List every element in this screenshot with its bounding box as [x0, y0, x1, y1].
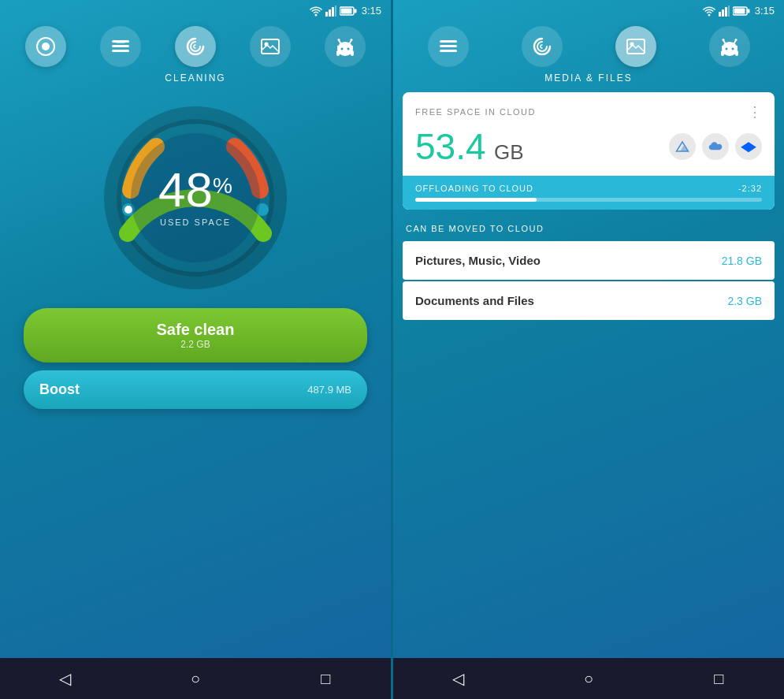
nav-menu-right[interactable]: [428, 26, 469, 67]
svg-rect-34: [722, 9, 724, 17]
left-phone: 3:15: [0, 0, 391, 699]
offload-label: OFFLOADING TO CLOUD: [415, 184, 533, 193]
dropbox-icon[interactable]: [735, 133, 762, 160]
svg-point-23: [351, 39, 353, 41]
nav-spiral[interactable]: [175, 26, 216, 67]
file-list: Pictures, Music, Video 21.8 GB Documents…: [403, 241, 775, 320]
svg-point-51: [722, 39, 724, 41]
status-icons-left: [310, 6, 357, 17]
file-item-name-1: Documents and Files: [415, 294, 534, 307]
file-item-name-0: Pictures, Music, Video: [415, 254, 541, 267]
svg-rect-17: [337, 46, 353, 49]
back-button-left[interactable]: ◁: [50, 663, 81, 694]
boost-button[interactable]: Boost 487.9 MB: [24, 370, 367, 409]
cloud-menu-button[interactable]: ⋮: [748, 103, 762, 121]
svg-point-0: [314, 13, 317, 16]
svg-point-18: [341, 48, 344, 50]
svg-rect-11: [112, 45, 129, 47]
file-item-size-0: 21.8 GB: [722, 255, 762, 267]
offload-timer: -2:32: [738, 184, 762, 193]
gauge-percent-sign: %: [213, 173, 232, 199]
svg-rect-2: [329, 9, 331, 17]
android-icon: [336, 36, 355, 57]
recent-button-left[interactable]: □: [310, 663, 341, 694]
bottom-nav-left: ◁ ○ □: [0, 658, 391, 699]
status-bar-left: 3:15: [0, 0, 391, 21]
file-item-size-1: 2.3 GB: [727, 295, 762, 307]
cleaning-label: CLEANING: [165, 73, 225, 84]
svg-rect-3: [332, 7, 334, 17]
boost-size: 487.9 MB: [307, 384, 351, 396]
nav-image[interactable]: [250, 26, 291, 67]
cloud-size-unit: GB: [494, 140, 524, 164]
used-space-label: USED SPACE: [158, 218, 232, 227]
wifi-icon-right: [703, 6, 715, 17]
cleaning-content: 48 % USED SPACE Safe clean 2.2 GB Boost …: [0, 87, 391, 658]
svg-rect-43: [627, 39, 645, 54]
gauge-percent-value: 48: [158, 165, 213, 214]
media-label: MEDIA & FILES: [544, 73, 632, 84]
signal-icon-right: [719, 6, 730, 17]
svg-rect-38: [734, 8, 745, 13]
spiral-icon-right: [531, 35, 553, 58]
spiral-icon: [184, 35, 206, 58]
google-drive-icon[interactable]: [669, 133, 696, 160]
svg-rect-41: [440, 45, 457, 47]
recent-button-right[interactable]: □: [703, 663, 734, 694]
svg-rect-13: [116, 42, 125, 43]
svg-point-52: [734, 39, 737, 41]
cloud-icon[interactable]: [702, 133, 729, 160]
moved-section: CAN BE MOVED TO CLOUD Pictures, Music, V…: [403, 224, 775, 320]
drive-svg: [675, 140, 689, 153]
safe-clean-button[interactable]: Safe clean 2.2 GB: [24, 308, 367, 363]
gauge-center: 48 % USED SPACE: [158, 165, 232, 227]
status-bar-right: 3:15: [393, 0, 784, 21]
svg-point-19: [347, 48, 350, 50]
nav-android-right[interactable]: [709, 26, 750, 67]
time-left: 3:15: [362, 5, 381, 17]
nav-spiral-right[interactable]: [522, 26, 563, 67]
image-icon-right: [626, 39, 645, 54]
svg-rect-6: [340, 8, 351, 13]
file-item-0[interactable]: Pictures, Music, Video 21.8 GB: [403, 241, 775, 280]
dropbox-svg: [741, 139, 756, 154]
gauge: 48 % USED SPACE: [93, 95, 298, 300]
nav-row-right: [393, 21, 784, 70]
svg-rect-53: [721, 50, 724, 56]
svg-rect-54: [735, 50, 738, 56]
cloud-size-row: 53.4 GB: [403, 125, 775, 176]
svg-rect-40: [440, 40, 457, 43]
buttons-area: Safe clean 2.2 GB Boost 487.9 MB: [16, 308, 375, 409]
svg-rect-12: [112, 50, 129, 52]
status-icons-right: [703, 6, 750, 17]
cloud-size-value: 53.4: [415, 126, 486, 167]
android-icon-right: [720, 36, 739, 57]
battery-icon-right: [733, 6, 750, 16]
cloud-card-title: FREE SPACE IN CLOUD: [415, 107, 536, 117]
home-button-right[interactable]: ○: [573, 663, 604, 694]
nav-menu[interactable]: [100, 26, 141, 67]
svg-point-48: [731, 48, 734, 50]
svg-point-22: [338, 39, 340, 41]
svg-rect-7: [354, 9, 356, 13]
nav-android[interactable]: [325, 26, 366, 67]
svg-rect-33: [719, 12, 721, 17]
svg-rect-4: [335, 6, 336, 17]
file-item-1[interactable]: Documents and Files 2.3 GB: [403, 281, 775, 320]
svg-rect-24: [336, 50, 340, 56]
menu-icon: [112, 40, 129, 53]
svg-point-29: [124, 206, 132, 214]
safe-clean-sub: 2.2 GB: [180, 339, 210, 350]
battery-icon: [340, 6, 357, 16]
nav-logo[interactable]: [25, 26, 66, 67]
nav-image-right[interactable]: [615, 26, 656, 67]
svg-rect-25: [351, 50, 354, 56]
svg-rect-36: [728, 6, 730, 17]
signal-icon: [325, 6, 336, 17]
back-button-right[interactable]: ◁: [443, 663, 474, 694]
bottom-nav-right: ◁ ○ □: [393, 658, 784, 699]
menu-icon-right: [440, 40, 457, 53]
svg-rect-42: [440, 50, 457, 52]
home-button-left[interactable]: ○: [180, 663, 211, 694]
svg-rect-39: [747, 9, 749, 13]
